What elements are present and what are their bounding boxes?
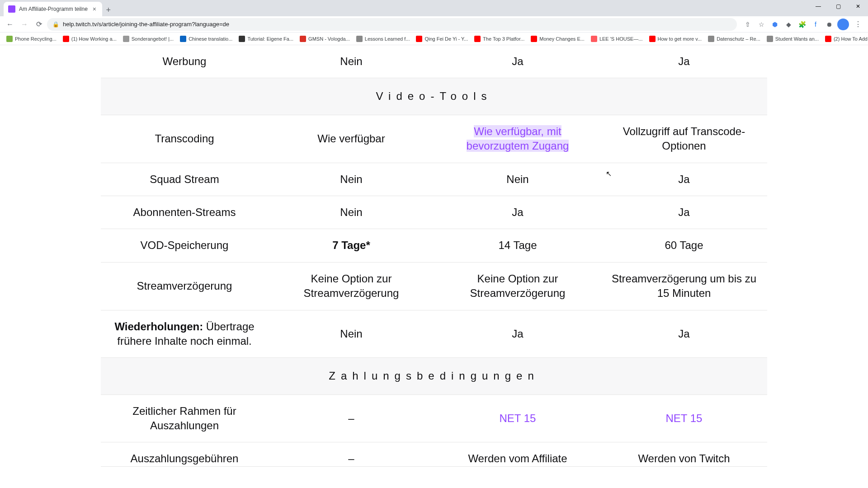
share-icon[interactable]: ⇧: [742, 19, 753, 30]
bookmark-item[interactable]: How to get more v...: [646, 34, 705, 43]
bookmark-favicon-icon: [825, 36, 831, 42]
bookmark-favicon-icon: [649, 36, 656, 42]
bookmark-favicon-icon: [531, 36, 537, 42]
bookmark-favicon-icon: [356, 36, 363, 42]
back-button[interactable]: ←: [4, 18, 16, 31]
extension-icon[interactable]: f: [810, 19, 821, 30]
extensions-menu-icon[interactable]: 🧩: [797, 19, 807, 30]
tab-strip: Am Affiliate-Programm teilne × +: [0, 0, 868, 16]
bookmark-favicon-icon: [180, 36, 186, 42]
extension-icon[interactable]: ◆: [783, 19, 794, 30]
bookmark-item[interactable]: LEE 'S HOUSE—...: [588, 34, 646, 43]
tab-title: Am Affiliate-Programm teilne: [19, 6, 88, 12]
bookmark-favicon-icon: [767, 36, 773, 42]
forward-button[interactable]: →: [18, 18, 31, 31]
window-maximize[interactable]: ▢: [828, 0, 848, 13]
window-controls: — ▢ ✕: [808, 0, 868, 13]
bookmark-favicon-icon: [123, 36, 129, 42]
url-text: help.twitch.tv/s/article/joining-the-aff…: [63, 21, 229, 28]
chrome-menu-icon[interactable]: ⋮: [852, 18, 864, 31]
bookmark-favicon-icon: [300, 36, 306, 42]
bookmark-item[interactable]: Student Wants an...: [764, 34, 821, 43]
toolbar-right: ⇧ ☆ ⬢ ◆ 🧩 f ⏺ ⋮: [739, 18, 864, 31]
bookmark-favicon-icon: [591, 36, 597, 42]
tab-close-icon[interactable]: ×: [91, 6, 98, 12]
bookmark-item[interactable]: Sonderangebot! |...: [120, 34, 176, 43]
twitch-favicon-icon: [8, 5, 15, 13]
bookmark-item[interactable]: Datenschutz – Re...: [705, 34, 763, 43]
bookmark-item[interactable]: Chinese translatio...: [177, 34, 235, 43]
bookmark-item[interactable]: Money Changes E...: [528, 34, 587, 43]
bookmark-favicon-icon: [708, 36, 714, 42]
reload-button[interactable]: ⟳: [33, 18, 45, 31]
lock-icon: 🔒: [52, 21, 59, 28]
browser-tab[interactable]: Am Affiliate-Programm teilne ×: [4, 2, 102, 16]
bookmark-favicon-icon: [239, 36, 245, 42]
bookmark-favicon-icon: [416, 36, 422, 42]
bookmark-item[interactable]: Lessons Learned f...: [354, 34, 413, 43]
bookmark-favicon-icon: [6, 36, 13, 42]
extension-icon[interactable]: ⏺: [824, 19, 835, 30]
bookmark-item[interactable]: Qing Fei De Yi - Y...: [413, 34, 471, 43]
bookmark-item[interactable]: (1) How Working a...: [60, 34, 119, 43]
address-bar[interactable]: 🔒 help.twitch.tv/s/article/joining-the-a…: [47, 18, 737, 31]
bookmark-favicon-icon: [474, 36, 481, 42]
bookmark-item[interactable]: (2) How To Add A...: [822, 34, 868, 43]
new-tab-button[interactable]: +: [102, 4, 115, 16]
profile-avatar[interactable]: [837, 19, 849, 30]
bookmark-favicon-icon: [63, 36, 69, 42]
bookmark-item[interactable]: GMSN - Vologda...: [297, 34, 353, 43]
bookmark-item[interactable]: Phone Recycling...: [4, 34, 59, 43]
star-icon[interactable]: ☆: [756, 19, 767, 30]
extension-icon[interactable]: ⬢: [769, 19, 780, 30]
window-minimize[interactable]: —: [808, 0, 828, 13]
bookmarks-bar: Phone Recycling... (1) How Working a... …: [0, 33, 868, 45]
browser-chrome: — ▢ ✕ Am Affiliate-Programm teilne × + ←…: [0, 0, 868, 45]
bookmark-item[interactable]: Tutorial: Eigene Fa...: [236, 34, 296, 43]
browser-toolbar: ← → ⟳ 🔒 help.twitch.tv/s/article/joining…: [0, 16, 868, 33]
bookmark-item[interactable]: The Top 3 Platfor...: [472, 34, 527, 43]
window-close[interactable]: ✕: [848, 0, 868, 13]
